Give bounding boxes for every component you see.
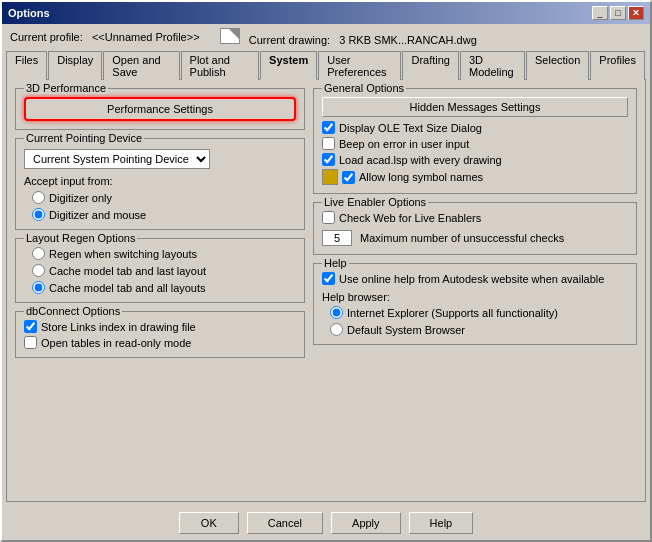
perf-group: 3D Performance Performance Settings [15,88,305,130]
tab-user-preferences[interactable]: User Preferences [318,51,401,80]
help-browser-radio-group: Internet Explorer (Supports all function… [322,306,628,336]
radio-regen-switching[interactable]: Regen when switching layouts [32,247,296,260]
pointing-device-dropdown[interactable]: Current System Pointing Device [24,149,210,169]
layout-radio-group: Regen when switching layouts Cache model… [24,247,296,294]
db-group: dbConnect Options Store Links index in d… [15,311,305,358]
close-button[interactable]: ✕ [628,6,644,20]
accept-label: Accept input from: [24,175,296,187]
left-panel: 3D Performance Performance Settings Curr… [15,88,305,493]
tab-profiles[interactable]: Profiles [590,51,645,80]
content-area: 3D Performance Performance Settings Curr… [6,79,646,502]
help-group-label: Help [322,257,349,269]
tab-system[interactable]: System [260,51,317,80]
tab-open-save[interactable]: Open and Save [103,51,179,80]
layout-group-label: Layout Regen Options [24,232,137,244]
performance-settings-button[interactable]: Performance Settings [24,97,296,121]
bottom-bar: OK Cancel Apply Help [2,506,650,540]
radio-digitizer-only[interactable]: Digitizer only [32,191,296,204]
layout-group: Layout Regen Options Regen when switchin… [15,238,305,303]
live-enabler-label: Live Enabler Options [322,196,428,208]
accept-radio-group: Digitizer only Digitizer and mouse [24,191,296,221]
drawing-value: 3 RKB SMK...RANCAH.dwg [339,34,477,46]
check-web-live[interactable]: Check Web for Live Enablers [322,211,628,224]
radio-digitizer-mouse[interactable]: Digitizer and mouse [32,208,296,221]
title-bar-buttons: _ □ ✕ [592,6,644,20]
pointing-group: Current Pointing Device Current System P… [15,138,305,230]
help-browser-label: Help browser: [322,291,628,303]
perf-group-label: 3D Performance [24,82,108,94]
profile-label: Current profile: <<Unnamed Profile>> [10,31,200,43]
options-window: Options _ □ ✕ Current profile: <<Unnamed… [0,0,652,542]
db-group-label: dbConnect Options [24,305,122,317]
symbol-icon [322,169,338,185]
tab-drafting[interactable]: Drafting [402,51,459,80]
title-bar: Options _ □ ✕ [2,2,650,24]
general-group-label: General Options [322,82,406,94]
check-ole[interactable]: Display OLE Text Size Dialog [322,121,628,134]
minimize-button[interactable]: _ [592,6,608,20]
radio-default-browser[interactable]: Default System Browser [330,323,628,336]
radio-cache-all[interactable]: Cache model tab and all layouts [32,281,296,294]
hidden-messages-button[interactable]: Hidden Messages Settings [322,97,628,117]
window-title: Options [8,7,50,19]
help-group: Help Use online help from Autodesk websi… [313,263,637,345]
help-button[interactable]: Help [409,512,474,534]
profile-value: <<Unnamed Profile>> [92,31,200,43]
tab-plot-publish[interactable]: Plot and Publish [181,51,260,80]
radio-ie[interactable]: Internet Explorer (Supports all function… [330,306,628,319]
check-acad[interactable]: Load acad.lsp with every drawing [322,153,628,166]
live-enabler-group: Live Enabler Options Check Web for Live … [313,202,637,255]
ok-button[interactable]: OK [179,512,239,534]
tab-3d-modeling[interactable]: 3D Modeling [460,51,525,80]
radio-cache-last[interactable]: Cache model tab and last layout [32,264,296,277]
drawing-icon [220,28,240,44]
maximize-button[interactable]: □ [610,6,626,20]
max-checks-row: 5 Maximum number of unsuccessful checks [322,230,628,246]
check-beep[interactable]: Beep on error in user input [322,137,628,150]
drawing-info: Current drawing: 3 RKB SMK...RANCAH.dwg [220,28,477,46]
tab-files[interactable]: Files [6,51,47,80]
max-checks-label: Maximum number of unsuccessful checks [360,232,564,244]
check-store-links[interactable]: Store Links index in drawing file [24,320,296,333]
cancel-button[interactable]: Cancel [247,512,323,534]
tab-selection[interactable]: Selection [526,51,589,80]
pointing-group-label: Current Pointing Device [24,132,144,144]
check-open-tables[interactable]: Open tables in read-only mode [24,336,296,349]
right-panel: General Options Hidden Messages Settings… [313,88,637,493]
apply-button[interactable]: Apply [331,512,401,534]
tabs-row: Files Display Open and Save Plot and Pub… [2,50,650,79]
profile-bar: Current profile: <<Unnamed Profile>> Cur… [2,24,650,50]
check-online-help[interactable]: Use online help from Autodesk website wh… [322,272,628,285]
general-group: General Options Hidden Messages Settings… [313,88,637,194]
tab-display[interactable]: Display [48,51,102,80]
max-checks-input[interactable]: 5 [322,230,352,246]
check-long-symbol[interactable]: Allow long symbol names [342,171,483,184]
